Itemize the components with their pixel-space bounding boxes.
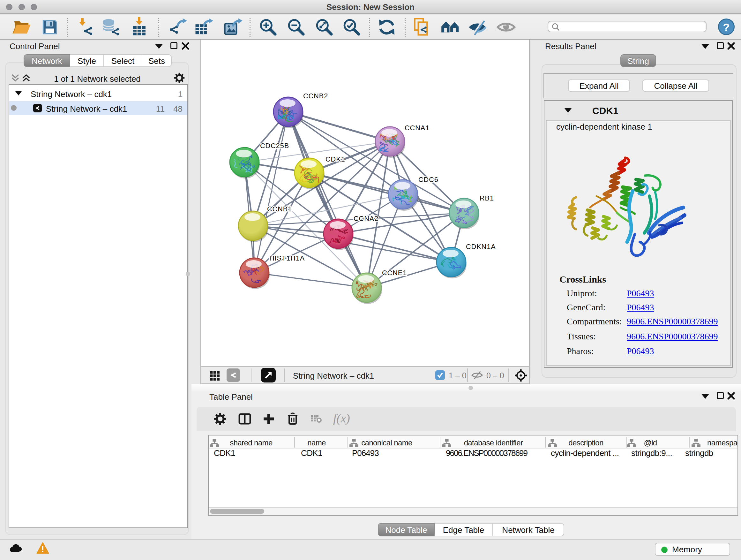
svg-text:HIST1H1A: HIST1H1A [269,254,305,262]
svg-text:CCNB2: CCNB2 [303,92,328,100]
svg-text:CDC25B: CDC25B [260,142,289,150]
svg-text:CDC6: CDC6 [418,176,439,184]
svg-text:CCNE1: CCNE1 [382,269,407,277]
svg-text:CCNB1: CCNB1 [267,205,292,213]
svg-text:RB1: RB1 [480,194,494,202]
svg-text:CDKN1A: CDKN1A [466,243,496,251]
svg-text:CCNA2: CCNA2 [354,214,379,223]
svg-text:CDK1: CDK1 [326,155,345,163]
svg-text:CCNA1: CCNA1 [405,124,429,132]
